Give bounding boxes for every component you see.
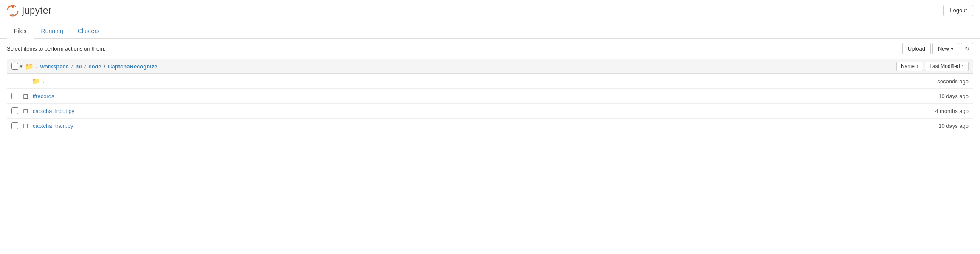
file-icon: ◻	[22, 122, 29, 130]
file-name-captcha-train[interactable]: captcha_train.py	[33, 123, 901, 129]
select-hint: Select items to perform actions on them.	[7, 45, 106, 52]
svg-point-1	[11, 5, 14, 7]
path-segment-workspace[interactable]: workspace	[40, 63, 69, 70]
file-icon: ◻	[22, 107, 29, 115]
file-list: 📁 .. seconds ago ◻ tfrecords 10 days ago…	[7, 74, 973, 133]
logo-text: jupyter	[22, 5, 52, 16]
select-dropdown-arrow[interactable]: ▾	[20, 64, 23, 69]
path-segment-captcharecognize[interactable]: CaptchaRecognize	[108, 63, 157, 70]
table-row: ◻ captcha_input.py 4 months ago	[7, 104, 973, 119]
sort-modified-button[interactable]: Last Modified ↑	[925, 62, 969, 71]
logo: jupyter	[7, 5, 52, 17]
table-row: ◻ tfrecords 10 days ago	[7, 89, 973, 104]
file-modified-dotdot: seconds ago	[905, 78, 969, 85]
tab-clusters[interactable]: Clusters	[70, 23, 107, 39]
folder-icon: 📁	[32, 77, 39, 85]
toolbar: Select items to perform actions on them.…	[0, 39, 980, 59]
nav-tabs: Files Running Clusters	[0, 23, 980, 39]
file-modified-captcha-input: 4 months ago	[905, 108, 969, 114]
file-name-dotdot[interactable]: ..	[43, 78, 901, 85]
file-browser: ▾ 📁 / workspace / ml / code / CaptchaRec…	[7, 59, 973, 133]
tab-running[interactable]: Running	[34, 23, 70, 39]
jupyter-logo-icon	[7, 5, 19, 17]
file-name-captcha-input[interactable]: captcha_input.py	[33, 108, 901, 114]
upload-button[interactable]: Upload	[902, 43, 931, 54]
dropdown-arrow-icon: ▾	[951, 45, 954, 52]
sort-name-button[interactable]: Name ↑	[896, 62, 923, 71]
refresh-icon: ↻	[965, 45, 969, 52]
new-button[interactable]: New ▾	[932, 43, 959, 54]
path-segment-code[interactable]: code	[88, 63, 101, 70]
file-checkbox-captcha-train[interactable]	[11, 122, 18, 129]
svg-point-2	[11, 14, 14, 16]
logout-button[interactable]: Logout	[943, 5, 973, 16]
select-all-wrapper: ▾	[11, 63, 23, 70]
file-checkbox-tfrecords[interactable]	[11, 93, 18, 99]
file-modified-tfrecords: 10 days ago	[905, 93, 969, 99]
refresh-button[interactable]: ↻	[961, 43, 973, 54]
toolbar-actions: Upload New ▾ ↻	[902, 43, 973, 54]
current-folder-icon: 📁	[25, 62, 34, 71]
file-modified-captcha-train: 10 days ago	[905, 123, 969, 129]
table-row: ◻ captcha_train.py 10 days ago	[7, 119, 973, 133]
tab-files[interactable]: Files	[7, 23, 34, 39]
table-row: 📁 .. seconds ago	[7, 74, 973, 89]
path-segment-ml[interactable]: ml	[75, 63, 82, 70]
header: jupyter Logout	[0, 0, 980, 21]
file-name-tfrecords[interactable]: tfrecords	[33, 93, 901, 99]
folder-icon: ◻	[22, 92, 29, 100]
path-bar: ▾ 📁 / workspace / ml / code / CaptchaRec…	[7, 59, 973, 74]
select-all-checkbox[interactable]	[11, 63, 18, 70]
sort-buttons: Name ↑ Last Modified ↑	[896, 62, 969, 71]
file-checkbox-captcha-input[interactable]	[11, 107, 18, 114]
